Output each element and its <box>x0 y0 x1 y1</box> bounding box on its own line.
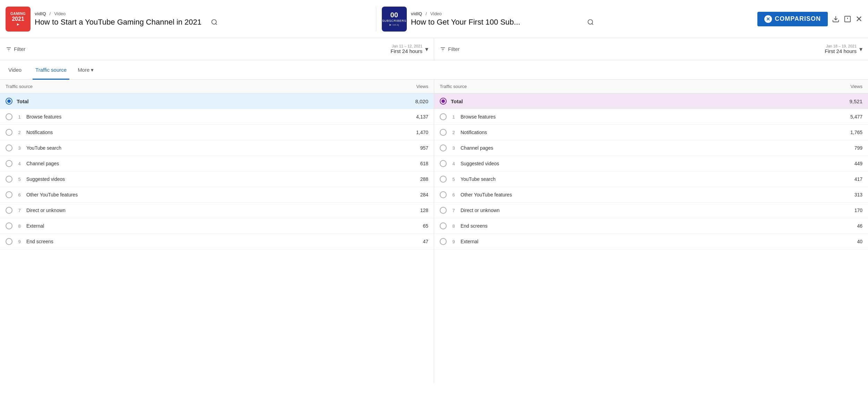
right-table-header: Traffic source Views <box>434 80 868 94</box>
tab-video[interactable]: Video <box>6 61 24 80</box>
main-content: Traffic source Views Total 8,020 <box>0 80 868 383</box>
right-table: Traffic source Views Total 9,521 <box>434 80 868 249</box>
tab-more-label: More <box>78 67 89 73</box>
right-row-rank-6: 6 <box>451 192 456 197</box>
left-row-radio-7[interactable] <box>6 207 12 214</box>
right-search-button[interactable] <box>587 19 594 26</box>
left-date-dropdown-arrow: ▾ <box>425 45 428 53</box>
right-table-row[interactable]: 2 Notifications 1,765 <box>434 125 868 140</box>
right-row-views-5: 417 <box>771 172 868 187</box>
comparison-label: COMPARISON <box>775 15 821 23</box>
right-channel-logo: 00 SUBSCRIBERS ▶ vid.iq <box>382 7 407 32</box>
right-row-source-5: YouTube search <box>461 176 496 182</box>
right-row-rank-7: 7 <box>451 208 456 213</box>
right-title-input[interactable] <box>411 18 584 27</box>
right-slash: / <box>426 11 427 16</box>
left-table-row[interactable]: 8 External 65 <box>0 218 434 234</box>
left-row-radio-4[interactable] <box>6 160 12 167</box>
right-table-row[interactable]: 3 Channel pages 799 <box>434 140 868 156</box>
right-row-radio-8[interactable] <box>440 222 447 229</box>
right-brand: vidIQ <box>411 11 422 16</box>
left-row-radio-1[interactable] <box>6 113 12 120</box>
right-table-row[interactable]: 8 End screens 46 <box>434 218 868 234</box>
comparison-button[interactable]: ✕ COMPARISON <box>757 12 828 26</box>
right-row-rank-1: 1 <box>451 114 456 120</box>
left-search-button[interactable] <box>211 19 218 26</box>
left-filter-button[interactable]: Filter <box>6 46 25 52</box>
left-row-rank-8: 8 <box>17 223 22 229</box>
left-date-range[interactable]: Jan 11 – 12, 2021 First 24 hours ▾ <box>390 44 428 54</box>
left-table-panel: Traffic source Views Total 8,020 <box>0 80 434 383</box>
left-row-source-9: End screens <box>26 239 53 244</box>
tab-traffic-source-label: Traffic source <box>35 67 67 73</box>
left-table-row[interactable]: 4 Channel pages 618 <box>0 156 434 172</box>
left-row-source-5: Suggested videos <box>26 176 65 182</box>
right-row-radio-3[interactable] <box>440 144 447 151</box>
left-title-row <box>35 18 218 27</box>
svg-point-2 <box>588 20 592 24</box>
right-date-range[interactable]: Jan 18 – 19, 2021 First 24 hours ▾ <box>825 44 862 54</box>
left-date-sub: Jan 11 – 12, 2021 <box>390 44 422 48</box>
left-row-radio-6[interactable] <box>6 191 12 198</box>
left-row-views-8: 65 <box>336 218 434 234</box>
left-row-views-2: 1,470 <box>336 125 434 140</box>
left-col-source: Traffic source <box>0 80 336 94</box>
left-row-radio-8[interactable] <box>6 222 12 229</box>
right-row-views-9: 40 <box>771 234 868 249</box>
left-row-radio-3[interactable] <box>6 144 12 151</box>
left-date-label: Jan 11 – 12, 2021 First 24 hours <box>390 44 422 54</box>
right-table-row[interactable]: 1 Browse features 5,477 <box>434 109 868 125</box>
left-row-views-5: 288 <box>336 172 434 187</box>
left-row-source-7: Direct or unknown <box>26 208 66 213</box>
left-table-row[interactable]: 6 Other YouTube features 284 <box>0 187 434 203</box>
right-table-row[interactable]: 6 Other YouTube features 313 <box>434 187 868 203</box>
right-table-row[interactable]: 4 Suggested videos 449 <box>434 156 868 172</box>
svg-point-0 <box>212 20 216 24</box>
tab-more-button[interactable]: More ▾ <box>78 67 94 73</box>
left-table-row[interactable]: 1 Browse features 4,137 <box>0 109 434 125</box>
right-row-radio-2[interactable] <box>440 129 447 136</box>
right-col-source: Traffic source <box>434 80 771 94</box>
left-total-views: 8,020 <box>336 94 434 109</box>
top-bar-actions: ✕ COMPARISON ✕ <box>752 12 868 26</box>
left-row-source-3: YouTube search <box>26 145 61 151</box>
right-row-radio-7[interactable] <box>440 207 447 214</box>
right-row-radio-6[interactable] <box>440 191 447 198</box>
close-button[interactable]: ✕ <box>856 14 862 24</box>
left-row-radio-2[interactable] <box>6 129 12 136</box>
right-table-row[interactable]: 5 YouTube search 417 <box>434 172 868 187</box>
left-total-row[interactable]: Total 8,020 <box>0 94 434 109</box>
right-row-source-9: External <box>461 239 478 244</box>
right-row-source-1: Browse features <box>461 114 496 120</box>
right-row-source-4: Suggested videos <box>461 161 499 166</box>
right-filter-button[interactable]: Filter <box>440 46 459 52</box>
left-total-radio[interactable] <box>6 98 12 105</box>
right-row-radio-4[interactable] <box>440 160 447 167</box>
left-row-radio-5[interactable] <box>6 176 12 183</box>
right-table-row[interactable]: 7 Direct or unknown 170 <box>434 203 868 218</box>
left-row-radio-9[interactable] <box>6 238 12 245</box>
left-table: Traffic source Views Total 8,020 <box>0 80 434 249</box>
right-total-row[interactable]: Total 9,521 <box>434 94 868 109</box>
left-row-source-4: Channel pages <box>26 161 59 166</box>
left-table-row[interactable]: 9 End screens 47 <box>0 234 434 249</box>
left-table-row[interactable]: 7 Direct or unknown 128 <box>0 203 434 218</box>
comparison-x-icon: ✕ <box>764 15 772 23</box>
right-row-rank-5: 5 <box>451 177 456 182</box>
right-row-radio-9[interactable] <box>440 238 447 245</box>
left-row-source-2: Notifications <box>26 130 53 135</box>
tab-traffic-source[interactable]: Traffic source <box>33 61 69 80</box>
left-table-row[interactable]: 2 Notifications 1,470 <box>0 125 434 140</box>
right-table-row[interactable]: 9 External 40 <box>434 234 868 249</box>
right-row-radio-5[interactable] <box>440 176 447 183</box>
right-row-views-7: 170 <box>771 203 868 218</box>
download-button[interactable] <box>832 15 840 23</box>
left-row-views-9: 47 <box>336 234 434 249</box>
right-row-radio-1[interactable] <box>440 113 447 120</box>
left-table-row[interactable]: 5 Suggested videos 288 <box>0 172 434 187</box>
report-button[interactable] <box>844 15 851 23</box>
left-table-row[interactable]: 3 YouTube search 957 <box>0 140 434 156</box>
right-category: Video <box>430 11 442 16</box>
right-total-radio[interactable] <box>440 98 447 105</box>
left-title-input[interactable] <box>35 18 208 27</box>
